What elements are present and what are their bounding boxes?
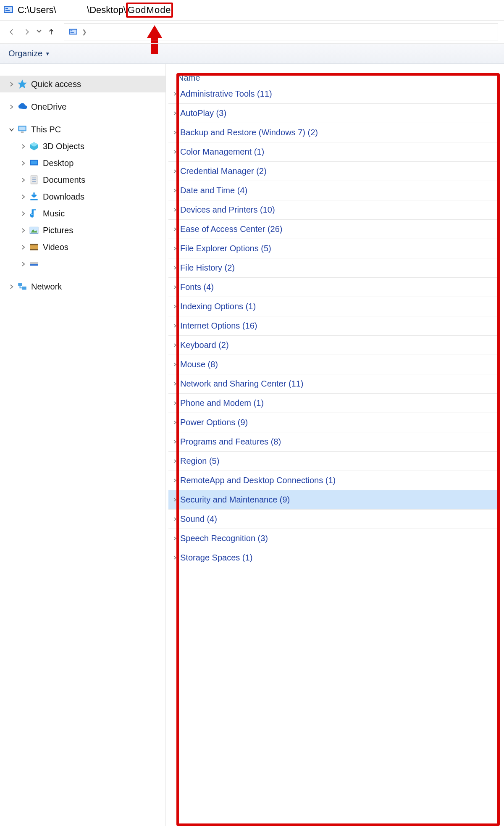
chevron-right-icon[interactable] (171, 324, 178, 328)
this-pc-icon (17, 124, 28, 135)
tree-label: Music (43, 209, 65, 218)
chevron-right-icon[interactable] (171, 266, 178, 270)
list-item[interactable]: Keyboard (2) (168, 336, 500, 355)
title-path-prefix: C:\Users\ (18, 5, 56, 16)
list-item-label: RemoteApp and Desktop Connections (1) (180, 476, 336, 485)
chevron-right-icon[interactable] (171, 247, 178, 250)
list-item[interactable]: Ease of Access Center (26) (168, 220, 500, 239)
chevron-right-icon[interactable] (171, 440, 178, 444)
chevron-right-icon[interactable] (18, 262, 29, 266)
chevron-right-icon[interactable] (171, 189, 178, 192)
music-icon (29, 208, 39, 219)
list-item[interactable]: Sound (4) (168, 510, 500, 529)
tree-label: Documents (43, 175, 85, 185)
3d-objects-icon (29, 141, 39, 152)
chevron-right-icon[interactable] (171, 401, 178, 405)
chevron-right-icon[interactable] (171, 459, 178, 463)
chevron-right-icon[interactable] (171, 421, 178, 424)
chevron-right-icon[interactable] (171, 227, 178, 231)
list-item[interactable]: Indexing Options (1) (168, 297, 500, 316)
list-item[interactable]: Storage Spaces (1) (168, 548, 500, 567)
chevron-right-icon[interactable] (6, 105, 17, 109)
chevron-right-icon[interactable] (171, 305, 178, 308)
svg-rect-6 (70, 30, 76, 34)
list-item[interactable]: Fonts (4) (168, 278, 500, 297)
chevron-right-icon[interactable] (171, 208, 178, 212)
chevron-right-icon[interactable] (6, 284, 17, 289)
control-panel-icon (3, 5, 13, 15)
chevron-right-icon[interactable] (171, 343, 178, 347)
tree-3d-objects[interactable]: 3D Objects (0, 138, 165, 155)
list-item[interactable]: RemoteApp and Desktop Connections (1) (168, 471, 500, 490)
list-item[interactable]: Date and Time (4) (168, 181, 500, 200)
list-item[interactable]: Speech Recognition (3) (168, 529, 500, 548)
list-item[interactable]: Mouse (8) (168, 355, 500, 374)
list-item-label: Sound (4) (180, 514, 217, 524)
tree-label: Network (31, 282, 62, 292)
chevron-right-icon[interactable] (18, 211, 29, 216)
list-item[interactable]: Programs and Features (8) (168, 432, 500, 451)
forward-button[interactable] (21, 26, 33, 38)
breadcrumb-chevron-icon[interactable]: ❯ (82, 29, 87, 35)
tree-label: This PC (31, 125, 61, 134)
svg-marker-9 (18, 79, 27, 89)
column-header-name[interactable]: Name (178, 73, 504, 83)
list-item[interactable]: Region (5) (168, 452, 500, 471)
chevron-down-icon[interactable] (6, 127, 17, 132)
pictures-icon (29, 225, 39, 236)
tree-quick-access[interactable]: Quick access (0, 76, 165, 92)
chevron-right-icon[interactable] (171, 111, 178, 115)
chevron-right-icon[interactable] (171, 169, 178, 173)
tree-music[interactable]: Music (0, 205, 165, 222)
recent-locations-button[interactable] (36, 28, 42, 36)
back-button[interactable] (6, 26, 18, 38)
chevron-right-icon[interactable] (171, 517, 178, 521)
chevron-right-icon[interactable] (171, 537, 178, 540)
list-item[interactable]: Credential Manager (2) (168, 162, 500, 181)
list-item[interactable]: Administrative Tools (11) (168, 84, 500, 103)
list-item[interactable]: Devices and Printers (10) (168, 200, 500, 219)
chevron-right-icon[interactable] (171, 479, 178, 482)
list-item-label: Devices and Printers (10) (180, 205, 275, 215)
chevron-right-icon[interactable] (171, 131, 178, 134)
chevron-right-icon[interactable] (18, 195, 29, 199)
tree-onedrive[interactable]: OneDrive (0, 98, 165, 115)
list-item[interactable]: File Explorer Options (5) (168, 239, 500, 258)
list-item[interactable]: Security and Maintenance (9) (168, 490, 500, 509)
chevron-right-icon[interactable] (171, 498, 178, 502)
tree-downloads[interactable]: Downloads (0, 188, 165, 205)
svg-rect-16 (31, 161, 37, 165)
tree-this-pc[interactable]: This PC (0, 121, 165, 138)
organize-menu[interactable]: Organize ▼ (8, 49, 50, 58)
chevron-right-icon[interactable] (171, 382, 178, 386)
chevron-right-icon[interactable] (171, 150, 178, 154)
chevron-right-icon[interactable] (171, 556, 178, 560)
list-item[interactable]: Network and Sharing Center (11) (168, 374, 500, 393)
list-item[interactable]: AutoPlay (3) (168, 104, 500, 123)
list-item[interactable]: Phone and Modem (1) (168, 394, 500, 413)
list-item[interactable]: Internet Options (16) (168, 316, 500, 335)
up-button[interactable] (45, 26, 57, 38)
list-item[interactable]: Backup and Restore (Windows 7) (2) (168, 123, 500, 142)
list-item-label: Power Options (9) (180, 418, 248, 427)
list-item[interactable]: Color Management (1) (168, 142, 500, 161)
svg-rect-8 (71, 32, 74, 33)
chevron-right-icon[interactable] (171, 363, 178, 366)
tree-pictures[interactable]: Pictures (0, 222, 165, 239)
tree-drive[interactable] (0, 255, 165, 272)
tree-network[interactable]: Network (0, 278, 165, 295)
address-bar[interactable]: ❯ (64, 24, 498, 40)
chevron-right-icon[interactable] (18, 161, 29, 166)
tree-videos[interactable]: Videos (0, 239, 165, 255)
chevron-right-icon[interactable] (18, 245, 29, 250)
chevron-right-icon[interactable] (18, 178, 29, 182)
chevron-right-icon[interactable] (18, 228, 29, 233)
list-item[interactable]: File History (2) (168, 258, 500, 277)
chevron-right-icon[interactable] (18, 144, 29, 149)
tree-documents[interactable]: Documents (0, 171, 165, 188)
chevron-right-icon[interactable] (171, 92, 178, 96)
chevron-right-icon[interactable] (6, 82, 17, 87)
chevron-right-icon[interactable] (171, 285, 178, 289)
tree-desktop[interactable]: Desktop (0, 155, 165, 171)
list-item[interactable]: Power Options (9) (168, 413, 500, 432)
